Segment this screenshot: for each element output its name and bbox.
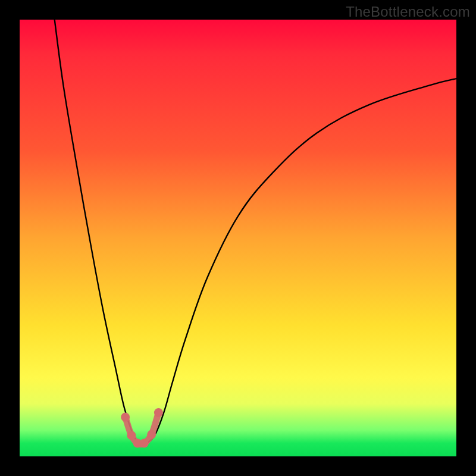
- trough-marker-dot: [140, 439, 149, 447]
- chart-frame: TheBottleneck.com: [0, 0, 476, 476]
- trough-marker-dot: [147, 430, 156, 439]
- chart-svg: [20, 20, 456, 456]
- watermark-text: TheBottleneck.com: [346, 4, 470, 20]
- plot-area: [20, 20, 456, 456]
- trough-marker-dot: [154, 408, 163, 417]
- trough-marker-dot: [127, 431, 136, 440]
- trough-marker-dot: [121, 412, 130, 421]
- bottleneck-curve-path: [55, 20, 456, 444]
